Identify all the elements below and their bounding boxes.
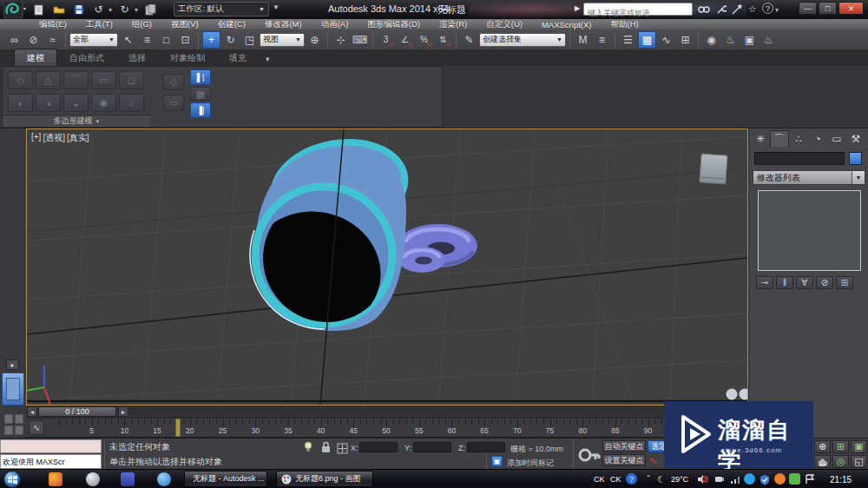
start-button[interactable] (3, 471, 21, 488)
motion-tab-icon[interactable]: ◔ (808, 130, 827, 147)
keyboard-override-icon[interactable]: ⌨ (351, 31, 369, 49)
align-icon[interactable]: ≡ (593, 31, 611, 49)
ribbon-border-button[interactable]: ⌒ (63, 71, 89, 89)
wrench-icon[interactable] (714, 3, 728, 16)
tray-shield-icon[interactable] (759, 473, 771, 485)
tray-ime-indicator2[interactable]: CK (610, 475, 621, 484)
set-key-button[interactable]: 设置关键点 (602, 454, 646, 466)
ribbon-sub1-button[interactable]: ◐ (8, 94, 33, 112)
tray-power-plug-icon[interactable] (713, 473, 726, 485)
tray-network-icon[interactable] (729, 473, 741, 485)
maximize-button[interactable]: □ (819, 2, 837, 15)
select-and-move-icon[interactable]: + (202, 31, 220, 49)
unlink-selection-icon[interactable]: ⊘ (24, 31, 43, 49)
sphere-dot-object[interactable] (727, 389, 738, 400)
track-bar[interactable]: ∿ 51015202530354045505560657075808590 (26, 419, 748, 438)
create-tab-icon[interactable]: ✳ (751, 130, 770, 147)
tray-app-green-icon[interactable] (789, 473, 800, 485)
ribbon-sub4-button[interactable]: ◉ (91, 94, 116, 112)
ribbon-edge-button[interactable]: △ (36, 71, 61, 89)
zoom-extents-icon[interactable]: ▣ (851, 440, 867, 453)
new-file-icon[interactable] (31, 3, 46, 16)
taskbar-app3-icon[interactable] (121, 472, 135, 486)
show-end-result-icon[interactable]: ‖ (776, 276, 793, 289)
viewport-shading-menu[interactable]: [真实] (67, 132, 89, 144)
menu-graph-editors[interactable]: 图形编辑器(D) (358, 19, 430, 30)
modifier-list-dropdown[interactable]: 修改器列表 ▼ (753, 170, 865, 185)
open-file-icon[interactable] (51, 3, 66, 16)
orbit-icon[interactable]: ◎ (832, 455, 849, 468)
ribbon-poly-mode1-button[interactable]: ▌| (190, 69, 211, 85)
set-keys-key-icon[interactable] (578, 445, 601, 469)
tray-app-blue-icon[interactable] (744, 473, 755, 485)
minimize-button[interactable]: — (799, 2, 817, 15)
auto-key-button[interactable]: 自动关键点 (602, 440, 646, 452)
material-editor-icon[interactable]: ◉ (702, 31, 720, 49)
frame-marker[interactable] (175, 419, 181, 437)
perspective-viewport[interactable]: [+] [透视] [真实] (26, 129, 748, 406)
redo-caret-icon[interactable]: ▾ (135, 6, 138, 14)
layer-manager-icon[interactable]: ☰ (619, 31, 637, 49)
window-crossing-icon[interactable]: ⊡ (176, 31, 194, 49)
menu-edit[interactable]: 编辑(E) (30, 19, 76, 30)
tray-help-icon[interactable]: ? (626, 473, 637, 485)
communication-center-icon[interactable] (730, 3, 744, 16)
project-folder-icon[interactable] (143, 3, 158, 16)
viewport-layout-grid-icon[interactable] (3, 412, 24, 437)
ribbon-tab-populate[interactable]: 填充 (217, 49, 259, 66)
schematic-view-icon[interactable]: ⊞ (676, 31, 694, 49)
select-object-icon[interactable]: ↖ (119, 31, 137, 49)
help-icon[interactable]: ? (762, 3, 773, 14)
render-setup-icon[interactable]: ♨ (721, 31, 740, 49)
pin-stack-icon[interactable]: ⊸ (756, 276, 773, 289)
redo-icon[interactable]: ↻ (117, 3, 132, 16)
selection-lock-icon[interactable] (321, 441, 331, 457)
workspace-dropdown[interactable]: 工作区: 默认 ▼ (174, 2, 269, 16)
search-input[interactable] (584, 8, 692, 19)
tray-clock[interactable]: 21:15 (830, 475, 852, 485)
mirror-icon[interactable]: M (574, 31, 592, 49)
maxscript-mini-listener[interactable] (0, 439, 102, 453)
ribbon-poly-mode3-button[interactable]: ▐| (190, 102, 211, 118)
help-caret-icon[interactable]: ▾ (775, 6, 779, 14)
tube-object[interactable] (237, 133, 412, 345)
torus-small-object[interactable] (398, 247, 445, 273)
ribbon-sub2-button[interactable]: ◑ (36, 94, 61, 112)
select-by-name-icon[interactable]: ≡ (138, 31, 156, 49)
tray-expand-caret-icon[interactable]: ˆ (642, 473, 654, 485)
zoom-icon[interactable]: ⊕ (814, 440, 831, 453)
bind-to-spacewarp-icon[interactable]: ≈ (43, 31, 62, 49)
tray-app-orange-icon[interactable] (774, 473, 786, 485)
viewport-layout-tab-active[interactable] (2, 373, 24, 406)
zoom-all-icon[interactable]: ⊞ (832, 440, 849, 453)
workspace-flyout-icon[interactable]: ▼ (273, 3, 279, 11)
remove-modifier-icon[interactable]: ⊘ (816, 276, 833, 289)
search-binoculars-icon[interactable] (697, 3, 711, 16)
undo-icon[interactable]: ↺ (91, 3, 106, 16)
ribbon-element-button[interactable]: ◻ (119, 71, 144, 89)
ribbon-modify-b-button[interactable]: ▭ (163, 95, 184, 111)
menu-create[interactable]: 创建(C) (208, 19, 255, 30)
new-key-curve-icon[interactable]: ∿ (649, 455, 657, 466)
next-frame-button[interactable]: ▸ (118, 406, 128, 417)
graphite-ribbon-toggle-icon[interactable]: ▦ (638, 31, 656, 49)
maximize-viewport-toggle-icon[interactable]: ◱ (851, 455, 867, 468)
ribbon-sub5-button[interactable]: ○ (119, 94, 144, 112)
ribbon-polygon-button[interactable]: ▭ (91, 71, 116, 89)
ribbon-poly-mode2-button[interactable]: ▦ (190, 87, 211, 101)
ribbon-sub3-button[interactable]: ◒ (63, 94, 89, 112)
select-and-rotate-icon[interactable]: ↻ (221, 31, 240, 49)
menu-rendering[interactable]: 渲染(R) (430, 19, 477, 30)
x-coordinate-field[interactable] (359, 442, 398, 452)
ribbon-tab-freeform[interactable]: 自由形式 (57, 49, 116, 66)
ribbon-options-icon[interactable]: ▾ (259, 52, 277, 66)
menu-maxscript[interactable]: MAXScript(X) (532, 20, 602, 30)
polygon-modeling-footer[interactable]: 多边形建模 ▾ (3, 115, 150, 127)
menu-modifiers[interactable]: 修改器(M) (255, 19, 312, 30)
menu-tools[interactable]: 工具(T) (76, 19, 122, 30)
pan-hand-icon[interactable] (814, 455, 831, 468)
curve-editor-icon[interactable]: ∿ (657, 31, 675, 49)
maxscript-listener-input[interactable]: 欢迎使用 MAXScr (0, 454, 102, 469)
angle-snap-icon[interactable]: ∠∩ (396, 31, 414, 49)
utilities-tab-icon[interactable]: ⚒ (846, 130, 865, 147)
